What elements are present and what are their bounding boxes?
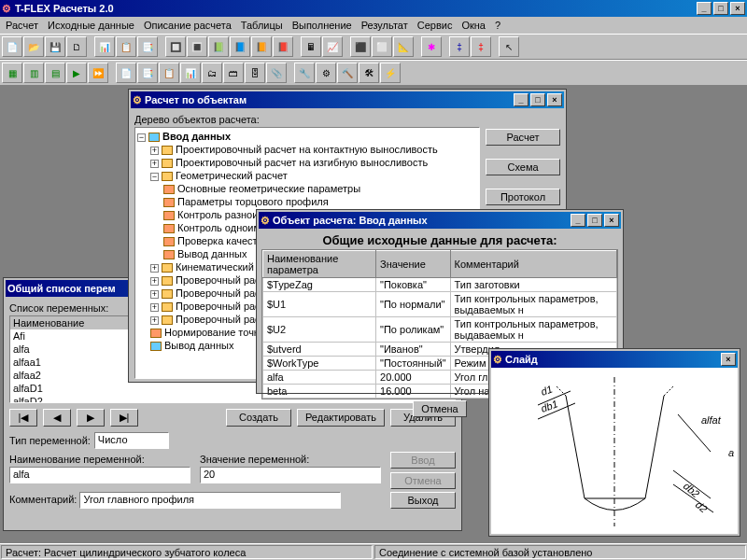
- tree-node[interactable]: Основные геометрические параметры: [177, 183, 360, 194]
- nav-prev-button[interactable]: ◀: [43, 409, 71, 427]
- tool-icon[interactable]: 🗂: [202, 63, 222, 83]
- col-header[interactable]: Наименование параметра: [263, 251, 376, 278]
- toolbar-1: 📄📂💾🗋📊📋📑🔲🔳📗📘📙📕🖩📈⬛⬜📐✱‡‡↖: [0, 34, 747, 60]
- tool-icon[interactable]: ▥: [23, 63, 44, 83]
- svg-text:a: a: [728, 447, 734, 458]
- tool-icon[interactable]: 📑: [137, 63, 158, 83]
- nav-last-button[interactable]: ▶|: [110, 409, 138, 427]
- tool-icon[interactable]: ⚙: [316, 63, 336, 83]
- vartype-label: Тип переменной:: [9, 435, 91, 446]
- cancel-button[interactable]: Отмена: [390, 472, 456, 489]
- varval-label: Значение переменной:: [200, 454, 381, 465]
- tool-icon[interactable]: 📙: [251, 36, 272, 57]
- tree-node[interactable]: Проектировочный расчет на изгибную вынос…: [176, 157, 428, 168]
- maximize-button[interactable]: □: [587, 214, 602, 227]
- tool-icon[interactable]: 📑: [137, 36, 158, 57]
- minimize-button[interactable]: _: [571, 214, 585, 227]
- close-button[interactable]: ×: [604, 214, 619, 227]
- tool-icon[interactable]: 🔨: [337, 63, 358, 83]
- tool-icon[interactable]: 🔲: [165, 36, 186, 57]
- menu-desc[interactable]: Описание расчета: [144, 20, 232, 31]
- tool-icon[interactable]: ⏩: [88, 63, 108, 83]
- nav-first-button[interactable]: |◀: [9, 409, 37, 427]
- tool-icon[interactable]: ‡: [471, 36, 491, 57]
- tree-node[interactable]: Геометрический расчет: [176, 170, 288, 181]
- maximize-button[interactable]: □: [713, 2, 728, 15]
- tool-icon[interactable]: ⚡: [380, 63, 401, 83]
- tool-icon[interactable]: 📈: [322, 36, 343, 57]
- tool-icon[interactable]: 🛠: [359, 63, 379, 83]
- maximize-button[interactable]: □: [530, 93, 545, 106]
- menu-calc[interactable]: Расчет: [6, 20, 38, 31]
- tool-icon[interactable]: 💾: [45, 36, 65, 57]
- varname-label: Наименование переменной:: [9, 454, 190, 465]
- tool-icon[interactable]: 🔳: [187, 36, 207, 57]
- menu-input[interactable]: Исходные данные: [48, 20, 134, 31]
- tool-icon[interactable]: 📄: [116, 63, 136, 83]
- nav-next-button[interactable]: ▶: [77, 409, 105, 427]
- tool-icon[interactable]: 📋: [159, 63, 179, 83]
- tool-icon[interactable]: ⬛: [350, 36, 371, 57]
- tool-icon[interactable]: ‡: [449, 36, 470, 57]
- tool-icon[interactable]: 📂: [23, 36, 44, 57]
- minimize-button[interactable]: _: [697, 2, 712, 15]
- menu-windows[interactable]: Окна: [461, 20, 486, 31]
- enter-button[interactable]: Ввод: [390, 452, 456, 469]
- exit-button[interactable]: Выход: [390, 492, 456, 509]
- tree-node[interactable]: Вывод данных: [164, 340, 233, 351]
- varlist-title: Общий список перем: [7, 280, 116, 297]
- tree-node[interactable]: Ввод данных: [162, 131, 231, 142]
- tool-icon[interactable]: 🖩: [301, 36, 321, 57]
- close-button[interactable]: ×: [547, 93, 562, 106]
- tool-icon[interactable]: ⬜: [372, 36, 392, 57]
- tool-icon[interactable]: 📊: [94, 36, 115, 57]
- tool-icon[interactable]: ▤: [45, 63, 65, 83]
- slide-title: Слайд: [505, 351, 538, 368]
- col-header[interactable]: Комментарий: [450, 251, 616, 278]
- menu-result[interactable]: Результат: [361, 20, 408, 31]
- tool-icon[interactable]: 📊: [180, 63, 201, 83]
- varval-input[interactable]: 20: [200, 467, 381, 483]
- tree-node[interactable]: Проектировочный расчет на контактную вын…: [176, 144, 438, 155]
- tree-node[interactable]: Параметры торцового профиля: [177, 196, 329, 207]
- comment-input[interactable]: Угол главного профиля: [79, 492, 341, 509]
- tool-icon[interactable]: 📕: [273, 36, 293, 57]
- tool-icon[interactable]: ✱: [421, 36, 442, 57]
- close-button[interactable]: ×: [730, 2, 745, 15]
- menu-help[interactable]: ?: [495, 20, 500, 31]
- tool-icon[interactable]: ▶: [66, 63, 87, 83]
- menu-exec[interactable]: Выполнение: [292, 20, 352, 31]
- menubar: Расчет Исходные данные Описание расчета …: [0, 17, 747, 34]
- svg-text:db2: db2: [682, 480, 702, 499]
- menu-service[interactable]: Сервис: [417, 20, 453, 31]
- svg-text:d1: d1: [540, 383, 555, 397]
- tool-icon[interactable]: 🗄: [245, 63, 265, 83]
- tool-icon[interactable]: 📐: [393, 36, 414, 57]
- scheme-button[interactable]: Схема: [486, 159, 560, 175]
- tree-node[interactable]: Вывод данных: [177, 248, 247, 259]
- calctree-title: Расчет по объектам: [145, 91, 247, 108]
- protocol-button[interactable]: Протокол: [486, 189, 560, 205]
- tool-icon[interactable]: 🔧: [294, 63, 315, 83]
- slide-canvas: d1 db1 alfat a db2 d2: [491, 368, 738, 534]
- minimize-button[interactable]: _: [514, 93, 529, 106]
- tool-icon[interactable]: 📎: [266, 63, 287, 83]
- tool-icon[interactable]: 🗋: [66, 36, 87, 57]
- cancel-button[interactable]: Отмена: [413, 400, 466, 417]
- table-row: $TypeZag"Поковка"Тип заготовки: [263, 278, 617, 292]
- tool-icon[interactable]: ▦: [2, 63, 22, 83]
- close-button[interactable]: ×: [721, 353, 736, 366]
- tool-icon[interactable]: 📘: [230, 36, 250, 57]
- tool-icon[interactable]: 📗: [208, 36, 229, 57]
- tool-icon[interactable]: ↖: [499, 36, 519, 57]
- tree-node[interactable]: Проверка качества: [177, 235, 268, 246]
- tool-icon[interactable]: 🗃: [223, 63, 244, 83]
- vartype-combo[interactable]: Число: [94, 432, 169, 449]
- gear-icon: ⚙: [133, 91, 142, 108]
- col-header[interactable]: Значение: [376, 251, 451, 278]
- calc-button[interactable]: Расчет: [486, 129, 560, 146]
- tool-icon[interactable]: 📋: [116, 36, 136, 57]
- varname-input[interactable]: alfa: [9, 467, 190, 483]
- tool-icon[interactable]: 📄: [2, 36, 22, 57]
- menu-tables[interactable]: Таблицы: [241, 20, 283, 31]
